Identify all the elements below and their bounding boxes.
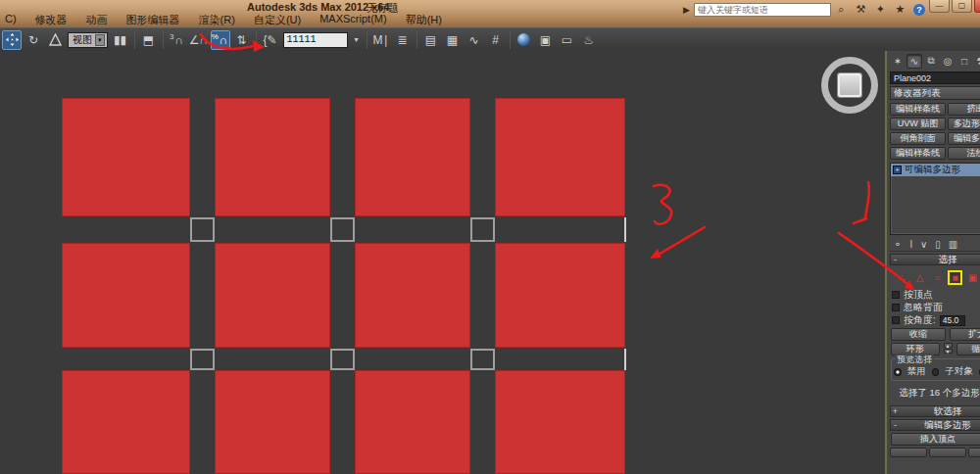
render-setup-icon[interactable]: ▣ (536, 30, 556, 50)
by-vertex-checkbox[interactable] (892, 291, 900, 299)
ignore-backfacing-row: 忽略背面 (892, 302, 980, 313)
select-manipulate-icon[interactable]: ⬒ (139, 30, 159, 50)
vertex-subobject-icon[interactable]: ∴ (895, 270, 909, 285)
btn-extrude[interactable]: 挤出 (948, 103, 980, 116)
named-selection-set-combo[interactable]: 11111 (283, 32, 348, 48)
edit-poly-rollout-header[interactable]: - 编辑多边形 (890, 419, 980, 431)
make-unique-icon[interactable]: ∨ (920, 239, 927, 250)
by-vertex-row: 按顶点 (892, 289, 980, 301)
tab-display-icon[interactable]: □ (956, 54, 972, 69)
pin-stack-icon[interactable]: ⚬ (894, 239, 902, 250)
material-editor-icon[interactable] (514, 30, 534, 50)
viewcube[interactable] (821, 57, 878, 114)
subscription-key-icon[interactable]: ⚒ (855, 3, 867, 16)
help-icon[interactable]: ? (913, 4, 925, 16)
clipped-button[interactable] (929, 448, 966, 457)
btn-bevel-profile[interactable]: 倒角剖面 (890, 132, 946, 145)
search-input[interactable] (694, 3, 831, 17)
by-angle-checkbox[interactable] (892, 316, 900, 324)
menu-create-partial[interactable]: C) (2, 13, 20, 27)
btn-edit-poly[interactable]: 编辑多边形 (948, 132, 980, 145)
tab-modify-icon[interactable]: ∿ (906, 54, 922, 69)
selected-polygon (495, 243, 625, 348)
favorites-star-icon[interactable]: ★ (894, 3, 906, 16)
selected-polygon (355, 243, 470, 348)
clipped-button[interactable] (890, 448, 927, 457)
communication-center-icon[interactable]: ✦ (874, 3, 887, 16)
soft-selection-rollout-header[interactable]: + 软选择 (890, 405, 980, 417)
title-bar: Autodesk 3ds Max 2012 x64 无标题 ▶ ⌕ ⚒ ✦ ★ … (0, 0, 980, 27)
plane-edge (624, 349, 626, 370)
keyboard-override-icon[interactable]: {✎ (261, 30, 280, 50)
polygon-subobject-icon[interactable]: ■ (948, 270, 962, 285)
btn-normal[interactable]: 法线 (948, 147, 980, 160)
mirror-icon[interactable]: M∣ (371, 30, 391, 50)
plane-edge (624, 217, 626, 242)
select-rotate-icon[interactable]: ↻ (24, 30, 43, 50)
percent-snap-icon[interactable]: %∩ (211, 30, 230, 50)
infocenter: ▶ ⌕ ⚒ ✦ ★ ? ▾ (683, 2, 945, 17)
object-name-field[interactable]: Plane002 (890, 71, 980, 84)
tab-motion-icon[interactable]: ◎ (940, 54, 956, 69)
tab-create-icon[interactable]: ✶ (890, 54, 906, 69)
render-production-icon[interactable]: ♨ (579, 30, 599, 50)
gap-polygon (330, 217, 355, 242)
reference-coordinate-dropdown[interactable]: 视图▾ (68, 32, 108, 48)
clipped-button[interactable] (968, 448, 980, 457)
selected-polygon (215, 370, 330, 474)
selection-rollout-header[interactable]: - 选择 (890, 254, 980, 265)
select-scale-icon[interactable] (45, 30, 65, 50)
use-pivot-center-icon[interactable]: ▮▮ (111, 30, 130, 50)
remove-modifier-icon[interactable]: ▯ (935, 239, 941, 250)
ignore-backfacing-checkbox[interactable] (892, 304, 900, 311)
spinner-snap-icon[interactable]: ⇅ (232, 30, 252, 50)
search-binoculars-icon[interactable]: ⌕ (835, 3, 848, 16)
menu-customize[interactable]: 自定义(U) (251, 13, 304, 27)
modifier-list-dropdown[interactable]: 修改器列表 (890, 86, 980, 100)
border-subobject-icon[interactable]: ○ (930, 270, 945, 285)
configure-modifier-sets-icon[interactable]: ▥ (949, 239, 957, 250)
preview-disable-radio[interactable] (894, 368, 902, 376)
loop-button[interactable]: 循环 (956, 343, 980, 356)
tab-hierarchy-icon[interactable]: ⧉ (923, 54, 939, 69)
expand-plus-icon[interactable]: + (893, 166, 902, 174)
close-button[interactable]: ✕ (974, 0, 980, 13)
infocenter-arrow-icon[interactable]: ▶ (683, 5, 690, 15)
ring-spinner[interactable]: ▲▼ (944, 343, 953, 356)
shrink-button[interactable]: 收缩 (891, 328, 946, 341)
select-move-icon[interactable] (2, 30, 22, 50)
show-end-result-icon[interactable]: ǀ (909, 239, 912, 250)
perspective-viewport[interactable] (0, 51, 885, 474)
toolbox-icon[interactable]: ▦ (443, 30, 463, 50)
tab-utilities-icon[interactable]: ⚒ (973, 54, 980, 69)
maximize-button[interactable]: ▢ (952, 0, 972, 13)
angle-snap-icon[interactable]: ∠∩ (189, 30, 209, 50)
combo-arrow-icon[interactable]: ▾ (351, 30, 363, 50)
menu-modifiers[interactable]: 修改器 (32, 13, 71, 27)
modifier-stack[interactable]: + 可编辑多边形 (890, 163, 980, 235)
rendered-frame-icon[interactable]: ▭ (558, 30, 577, 50)
minimize-button[interactable]: — (929, 0, 950, 13)
layer-manager-icon[interactable]: ▤ (421, 30, 441, 50)
menu-help[interactable]: 帮助(H) (403, 13, 445, 27)
snap-toggle-3d-icon[interactable]: 3∩ (168, 30, 187, 50)
btn-poly-select[interactable]: 多边形选择 (948, 118, 980, 130)
curve-editor-icon[interactable]: ∿ (465, 30, 484, 50)
stack-item-editable-poly[interactable]: + 可编辑多边形 (891, 164, 980, 176)
preview-subobj-radio[interactable] (932, 368, 940, 376)
menu-graph-editors[interactable]: 图形编辑器 (123, 13, 183, 27)
menu-animation[interactable]: 动画 (83, 13, 111, 27)
menu-rendering[interactable]: 渲染(R) (196, 13, 238, 27)
schematic-view-icon[interactable]: # (486, 30, 506, 50)
by-angle-value-field[interactable] (940, 315, 965, 326)
edge-subobject-icon[interactable]: △ (912, 270, 927, 285)
align-icon[interactable]: ≣ (393, 30, 413, 50)
btn-uvw-map[interactable]: UVW 贴图 (890, 118, 946, 130)
menu-maxscript[interactable]: MAXScript(M) (317, 13, 389, 27)
insert-vertex-button[interactable]: 插入顶点 (891, 433, 980, 446)
btn-edit-spline-1[interactable]: 编辑样条线 (890, 103, 946, 116)
btn-edit-spline-2[interactable]: 编辑样条线 (890, 147, 946, 160)
element-subobject-icon[interactable]: ▣ (965, 270, 980, 285)
preview-subobj-label: 子对象 (945, 365, 973, 378)
grow-button[interactable]: 扩大 (950, 328, 980, 341)
